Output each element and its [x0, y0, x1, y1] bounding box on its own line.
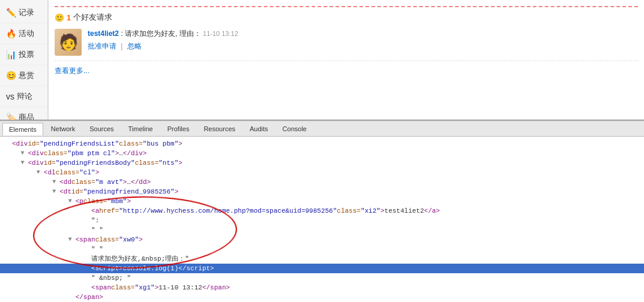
expand-arrow[interactable]: ▼ [20, 158, 26, 168]
code-line-11[interactable]: ▼<span class="xw0"> [0, 235, 644, 244]
content-area: 🙂 1 个好友请求 🧑 test4liet2 : 请求加您为好友, 理由： 11… [48, 0, 644, 119]
sidebar-item-diary-label: 记录 [19, 7, 34, 18]
tab-resources[interactable]: Resources [197, 122, 242, 135]
friend-request-header: 🙂 1 个好友请求 [55, 12, 638, 23]
expand-arrow[interactable]: ▼ [37, 168, 43, 177]
code-line-14[interactable]: <script >console.log(1)</script> [0, 264, 644, 273]
tab-elements-label: Elements [9, 126, 37, 133]
code-line-12[interactable]: " " [0, 244, 644, 254]
tab-resources-label: Resources [203, 125, 235, 132]
tab-profiles[interactable]: Profiles [161, 122, 196, 135]
tab-sources-label: Sources [89, 125, 113, 132]
tab-network-label: Network [51, 125, 75, 132]
tab-network[interactable]: Network [44, 122, 82, 135]
ignore-link[interactable]: 忽略 [127, 42, 142, 50]
devtools-panel: Elements Network Sources Timeline Profil… [0, 120, 644, 302]
tab-elements[interactable]: Elements [2, 123, 43, 135]
code-line-2[interactable]: ▼<div class="pbm ptm cl">…</div> [0, 149, 644, 158]
code-line-15[interactable]: " &nbsp; " [0, 273, 644, 283]
action-links: 批准申请 | 忽略 [88, 41, 638, 52]
friend-info: test4liet2 : 请求加您为好友, 理由： 11-10 13:12 批准… [88, 29, 638, 52]
code-line-1[interactable]: <div id="pendingFriendsList" class="bus … [0, 139, 644, 149]
expand-arrow[interactable]: ▼ [68, 235, 74, 244]
code-line-7[interactable]: ▼<p class="mbm"> [0, 197, 644, 206]
friend-request-title: 个好友请求 [73, 12, 112, 23]
friend-time: 11-10 13:12 [203, 30, 238, 37]
friend-name: test4liet2 [88, 29, 119, 38]
sidebar-item-diary[interactable]: ✏️ 记录 [0, 2, 47, 23]
code-line-9[interactable]: ": [0, 216, 644, 225]
tab-audits[interactable]: Audits [243, 122, 275, 135]
sidebar-item-reward-label: 悬赏 [19, 70, 34, 81]
sidebar-item-vote[interactable]: 📊 投票 [0, 44, 47, 65]
code-line-3[interactable]: ▼<div id="pendingFriendsBody" class="nts… [0, 158, 644, 168]
sidebar-item-debate[interactable]: vs 辩论 [0, 86, 47, 107]
approve-link[interactable]: 批准申请 [88, 42, 116, 50]
main-container: ✏️ 记录 🔥 活动 📊 投票 😊 悬赏 vs 辩论 🏷️ 商品 [0, 0, 644, 302]
webpage-area: ✏️ 记录 🔥 活动 📊 投票 😊 悬赏 vs 辩论 🏷️ 商品 [0, 0, 644, 120]
sidebar-item-activity-label: 活动 [19, 28, 34, 39]
tab-console[interactable]: Console [276, 122, 313, 135]
code-line-10[interactable]: " " [0, 225, 644, 235]
avatar-face: 🧑 [55, 29, 82, 56]
tab-timeline-label: Timeline [128, 125, 153, 132]
expand-arrow[interactable]: ▼ [20, 149, 26, 158]
friend-request-icon: 🙂 [55, 13, 64, 22]
activity-icon: 🔥 [6, 29, 16, 38]
friend-request-count: 1 [67, 13, 71, 22]
tab-timeline[interactable]: Timeline [122, 122, 160, 135]
action-separator: | [121, 42, 122, 50]
expand-arrow[interactable]: ▼ [52, 177, 58, 187]
code-line-6[interactable]: ▼<dt id="pendingfriend_9985256"> [0, 187, 644, 197]
friend-message-reason: 请求加您为好友, 理由： [125, 29, 201, 38]
friend-request-section: 🙂 1 个好友请求 🧑 test4liet2 : 请求加您为好友, 理由： 11… [55, 6, 638, 76]
code-area[interactable]: <div id="pendingFriendsList" class="bus … [0, 137, 644, 302]
expand-arrow[interactable]: ▼ [52, 187, 58, 197]
code-line-17[interactable]: </span> [0, 292, 644, 302]
code-line-5[interactable]: ▼<dd class="m avt">…</dd> [0, 177, 644, 187]
tab-sources[interactable]: Sources [83, 122, 120, 135]
view-more-link[interactable]: 查看更多... [55, 66, 638, 76]
sidebar-item-vote-label: 投票 [19, 49, 34, 60]
sidebar-item-reward[interactable]: 😊 悬赏 [0, 65, 47, 86]
debate-icon: vs [6, 92, 14, 101]
code-line-16[interactable]: <span class="xg1">11-10 13:12</span> [0, 283, 644, 292]
sidebar-item-activity[interactable]: 🔥 活动 [0, 23, 47, 44]
sidebar-item-debate-label: 辩论 [17, 91, 32, 102]
avatar: 🧑 [55, 29, 82, 56]
tab-console-label: Console [283, 125, 307, 132]
code-line-8[interactable]: <a href="http://www.hychess.com/home.php… [0, 206, 644, 216]
devtools-tabs: Elements Network Sources Timeline Profil… [0, 121, 644, 137]
diary-icon: ✏️ [6, 8, 16, 17]
sidebar: ✏️ 记录 🔥 活动 📊 投票 😊 悬赏 vs 辩论 🏷️ 商品 [0, 0, 48, 119]
tab-profiles-label: Profiles [167, 125, 190, 132]
code-line-13[interactable]: 请求加您为好友,&nbsp;理由：" [0, 254, 644, 264]
expand-arrow[interactable]: ▼ [68, 197, 74, 206]
friend-item: 🧑 test4liet2 : 请求加您为好友, 理由： 11-10 13:12 … [55, 29, 638, 61]
reward-icon: 😊 [6, 71, 16, 80]
vote-icon: 📊 [6, 50, 16, 59]
code-line-4[interactable]: ▼<dl class="cl"> [0, 168, 644, 177]
tab-audits-label: Audits [250, 125, 268, 132]
devtools-content: <div id="pendingFriendsList" class="bus … [0, 137, 644, 302]
friend-message: test4liet2 : 请求加您为好友, 理由： 11-10 13:12 [88, 29, 638, 39]
